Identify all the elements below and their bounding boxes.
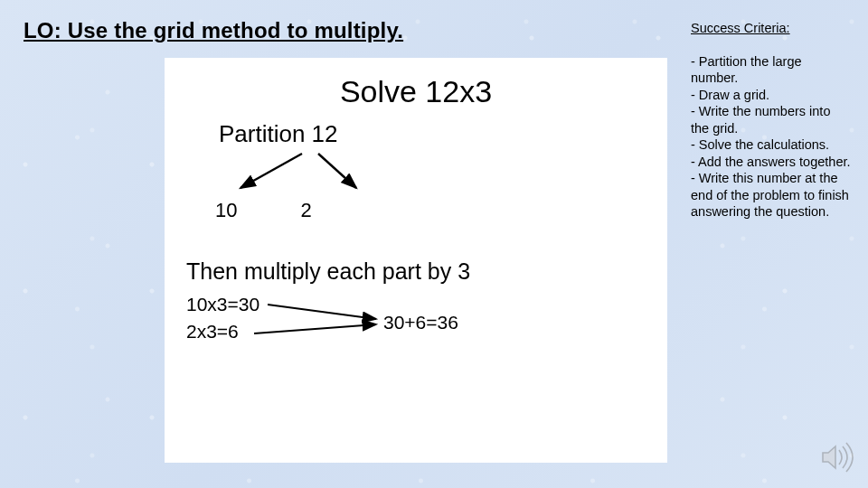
calculations: 10x3=30 2x3=6 30+6=36 [186, 294, 647, 375]
success-criteria-list: - Partition the large number. - Draw a g… [691, 53, 852, 221]
svg-line-2 [268, 305, 376, 319]
speaker-icon[interactable] [819, 441, 855, 477]
success-criteria-heading: Success Criteria: [691, 20, 852, 37]
solve-heading: Solve 12x3 [184, 74, 647, 109]
partition-left-value: 10 [215, 199, 237, 221]
partition-label: Partition 12 [219, 120, 647, 148]
example-card: Solve 12x3 Partition 12 10 2 Then multip… [165, 58, 667, 463]
partition-right-value: 2 [301, 199, 312, 221]
svg-line-3 [254, 324, 376, 333]
partition-arrows [203, 152, 401, 193]
calc-result: 30+6=36 [383, 312, 458, 333]
partition-values: 10 2 [215, 199, 647, 222]
learning-objective-title: LO: Use the grid method to multiply. [24, 18, 403, 43]
svg-line-0 [241, 154, 302, 188]
then-instruction: Then multiply each part by 3 [186, 258, 647, 285]
calc-line-2: 2x3=6 [186, 321, 239, 343]
calc-line-1: 10x3=30 [186, 294, 259, 315]
success-criteria: Success Criteria: - Partition the large … [691, 20, 852, 221]
svg-line-1 [318, 154, 356, 188]
